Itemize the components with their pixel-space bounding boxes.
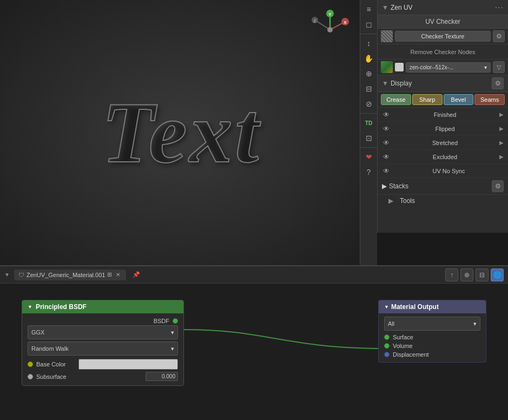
viewport-3d-text: Text: [102, 83, 261, 183]
node-upload-icon[interactable]: ↑: [445, 268, 458, 281]
tab-seams[interactable]: Seams: [474, 94, 505, 105]
stacks-row[interactable]: ▶ Stacks ⚙: [378, 178, 508, 195]
node-editor-expand-icon[interactable]: ▼: [4, 272, 10, 278]
eye-icon-finished[interactable]: 👁: [382, 110, 391, 119]
checker-texture-gear-button[interactable]: ⚙: [493, 30, 505, 42]
toolbar-help-icon[interactable]: ?: [362, 165, 376, 179]
toolbar-separator-3: [360, 147, 377, 148]
material-target-chevron: ▾: [473, 320, 477, 327]
viewport-right-toolbar: ≡ ◻ ↕ ✋ ⊕ ⊟ ⊘ TD ⊡ ❤ ?: [360, 0, 377, 265]
svg-text:X: X: [344, 20, 347, 25]
uv-checker-section-header: UV Checker: [378, 15, 508, 29]
eye-icon-stretched[interactable]: 👁: [382, 139, 391, 147]
toolbar-rotate-icon[interactable]: ⊕: [362, 67, 376, 81]
toolbar-heart-icon[interactable]: ❤: [362, 150, 376, 164]
panel-options-icon[interactable]: ···: [495, 3, 504, 12]
tab-crease[interactable]: Crease: [381, 94, 411, 105]
material-output-node[interactable]: ▼ Material Output All ▾ Surface Volume: [378, 300, 486, 363]
texture-filter-button[interactable]: ▽: [493, 61, 505, 73]
node-link-icon[interactable]: ⊕: [460, 268, 473, 281]
uv-checker-label: UV Checker: [425, 18, 460, 25]
principled-collapse-icon: ▼: [28, 304, 32, 310]
base-color-socket[interactable]: [28, 362, 33, 367]
node-layout-icon[interactable]: ⊟: [476, 268, 489, 281]
texture-swatch-secondary: [395, 63, 404, 71]
orientation-gizmo[interactable]: Y X Z: [308, 8, 352, 51]
tab-sharp[interactable]: Sharp: [412, 94, 443, 105]
panel-title-text: Zen UV: [391, 4, 413, 11]
display-item-finished: 👁 Finished ▶: [378, 108, 508, 122]
volume-socket[interactable]: [384, 343, 390, 349]
display-item-label-finished: Finished: [394, 111, 496, 118]
remove-checker-button[interactable]: Remove Checker Nodes: [381, 48, 505, 56]
eye-icon-uv-no-sync[interactable]: 👁: [382, 167, 391, 175]
principled-bsdf-header: ▼ Principled BSDF: [22, 300, 183, 313]
toolbar-scale-icon[interactable]: ⊟: [362, 82, 376, 96]
toolbar-cursor-icon[interactable]: ↕: [362, 36, 376, 50]
display-item-stretched: 👁 Stretched ▶: [378, 136, 508, 150]
arrow-icon-excluded: ▶: [499, 154, 504, 160]
texture-swatch-primary: [381, 61, 393, 73]
texture-name-dropdown[interactable]: zen-color--512x-... ▾: [406, 62, 491, 73]
surface-socket[interactable]: [384, 334, 390, 340]
material-output-header: ▼ Material Output: [379, 300, 486, 313]
toolbar-select-icon[interactable]: ◻: [362, 17, 376, 31]
zen-uv-panel: ▼ Zen UV ··· UV Checker Checker Texture …: [377, 0, 508, 233]
material-collapse-icon: ▼: [384, 304, 389, 310]
bsdf-output-socket[interactable]: [173, 318, 178, 324]
texture-selector-row: zen-color--512x-... ▾ ▽: [378, 60, 508, 75]
tools-label: Tools: [400, 197, 415, 205]
material-target-label: All: [388, 320, 394, 327]
texture-dropdown-chevron: ▾: [484, 64, 487, 70]
node-tab-copy-icon[interactable]: ⊞: [107, 271, 112, 278]
toolbar-move-icon[interactable]: ✋: [362, 51, 376, 65]
eye-icon-flipped[interactable]: 👁: [382, 124, 391, 133]
subsurface-socket[interactable]: [28, 374, 33, 379]
displacement-socket[interactable]: [384, 352, 390, 357]
displacement-input-row: Displacement: [384, 350, 480, 359]
node-editor-tab[interactable]: 🛡 ZenUV_Generic_Material.001 ⊞ ✕: [14, 270, 127, 280]
svg-text:Y: Y: [328, 12, 332, 17]
toolbar-separator-2: [360, 113, 377, 114]
checker-texture-button[interactable]: Checker Texture: [395, 31, 491, 42]
displacement-label: Displacement: [393, 351, 429, 358]
toolbar-separator-1: [360, 34, 377, 34]
toolbar-annotate-icon[interactable]: ⊡: [362, 131, 376, 145]
stacks-label: Stacks: [389, 182, 408, 190]
display-section-header[interactable]: ▼ Display ⚙: [378, 75, 508, 92]
node-globe-icon[interactable]: 🌐: [491, 268, 504, 281]
ggx-label: GGX: [31, 329, 44, 336]
arrow-icon-flipped: ▶: [499, 126, 504, 132]
display-item-excluded: 👁 Excluded ▶: [378, 150, 508, 164]
tools-row[interactable]: ▶ Tools: [378, 195, 508, 207]
ggx-dropdown[interactable]: GGX ▾: [28, 325, 178, 339]
arrow-icon-finished: ▶: [499, 111, 504, 117]
display-tabs-row: Crease Sharp Bevel Seams: [378, 92, 508, 108]
toolbar-td-icon[interactable]: TD: [362, 116, 376, 130]
node-tab-close-button[interactable]: ✕: [114, 271, 122, 279]
principled-bsdf-output-row: BSDF: [28, 317, 178, 325]
panel-collapse-icon[interactable]: ▼: [382, 4, 388, 11]
display-gear-button[interactable]: ⚙: [492, 77, 504, 89]
node-editor-toolbar: ↑ ⊕ ⊟ 🌐: [445, 268, 504, 281]
random-walk-dropdown[interactable]: Random Walk ▾: [28, 342, 178, 356]
subsurface-value-input[interactable]: [146, 372, 178, 381]
toolbar-menu-icon[interactable]: ≡: [362, 2, 376, 16]
node-canvas[interactable]: ▼ Principled BSDF BSDF GGX ▾ Random Walk…: [0, 284, 508, 420]
principled-bsdf-node[interactable]: ▼ Principled BSDF BSDF GGX ▾ Random Walk…: [22, 300, 184, 386]
pin-icon[interactable]: 📌: [133, 271, 140, 278]
random-walk-chevron-icon: ▾: [171, 345, 174, 352]
material-target-dropdown[interactable]: All ▾: [384, 317, 480, 331]
tab-bevel[interactable]: Bevel: [444, 94, 474, 105]
eye-icon-excluded[interactable]: 👁: [382, 153, 391, 161]
node-tab-label: ZenUV_Generic_Material.001: [27, 272, 105, 278]
base-color-swatch[interactable]: [78, 359, 178, 370]
node-editor: ▼ 🛡 ZenUV_Generic_Material.001 ⊞ ✕ 📌 ↑ ⊕…: [0, 265, 508, 420]
texture-name-text: zen-color--512x-...: [410, 64, 453, 70]
random-walk-label: Random Walk: [31, 345, 69, 352]
subsurface-label: Subsurface: [36, 373, 142, 380]
stacks-gear-button[interactable]: ⚙: [492, 180, 504, 192]
display-item-label-uv-no-sync: UV No Sync: [394, 168, 504, 174]
toolbar-transform-icon[interactable]: ⊘: [362, 97, 376, 111]
volume-label: Volume: [393, 343, 413, 349]
